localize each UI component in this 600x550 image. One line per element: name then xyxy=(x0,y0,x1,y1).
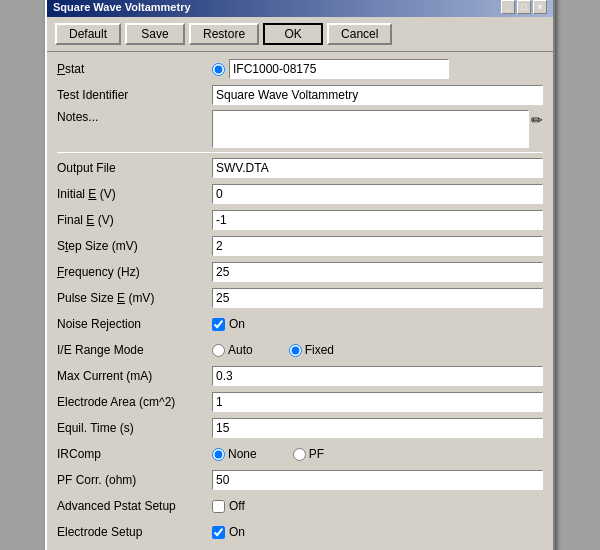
ie-range-fixed-radio[interactable] xyxy=(289,344,302,357)
pf-corr-input[interactable] xyxy=(212,470,543,490)
electrode-setup-option-label: On xyxy=(229,525,245,539)
window-title: Square Wave Voltammetry xyxy=(53,1,191,13)
ie-range-fixed-option[interactable]: Fixed xyxy=(289,343,334,357)
form-content: Pstat Test Identifier Notes... ✏ Output … xyxy=(47,52,553,550)
restore-button[interactable]: Restore xyxy=(189,23,259,45)
advanced-pstat-checkbox-group: Off xyxy=(212,499,245,513)
advanced-pstat-checkbox[interactable] xyxy=(212,500,225,513)
equil-time-row: Equil. Time (s) xyxy=(57,417,543,439)
frequency-row: Frequency (Hz) xyxy=(57,261,543,283)
electrode-area-input[interactable] xyxy=(212,392,543,412)
notes-row: Notes... ✏ xyxy=(57,110,543,148)
ircomp-none-radio[interactable] xyxy=(212,448,225,461)
step-size-row: Step Size (mV) xyxy=(57,235,543,257)
test-identifier-label: Test Identifier xyxy=(57,88,212,102)
final-e-input[interactable] xyxy=(212,210,543,230)
initial-e-label: Initial E (V) xyxy=(57,187,212,201)
electrode-setup-checkbox-group: On xyxy=(212,525,245,539)
notes-label: Notes... xyxy=(57,110,212,124)
notes-input[interactable] xyxy=(212,110,529,148)
cancel-button[interactable]: Cancel xyxy=(327,23,392,45)
output-file-row: Output File xyxy=(57,157,543,179)
separator-1 xyxy=(57,152,543,153)
final-e-label: Final E (V) xyxy=(57,213,212,227)
pstat-label: Pstat xyxy=(57,62,212,76)
default-button[interactable]: Default xyxy=(55,23,121,45)
max-current-row: Max Current (mA) xyxy=(57,365,543,387)
advanced-pstat-option-label: Off xyxy=(229,499,245,513)
output-file-input[interactable] xyxy=(212,158,543,178)
title-bar: Square Wave Voltammetry _ □ × xyxy=(47,0,553,17)
max-current-input[interactable] xyxy=(212,366,543,386)
close-button[interactable]: × xyxy=(533,0,547,14)
ircomp-label: IRComp xyxy=(57,447,212,461)
main-window: Square Wave Voltammetry _ □ × Default Sa… xyxy=(45,0,555,550)
electrode-area-label: Electrode Area (cm^2) xyxy=(57,395,212,409)
advanced-pstat-label: Advanced Pstat Setup xyxy=(57,499,212,513)
advanced-pstat-row: Advanced Pstat Setup Off xyxy=(57,495,543,517)
initial-e-row: Initial E (V) xyxy=(57,183,543,205)
electrode-setup-row: Electrode Setup On xyxy=(57,521,543,543)
final-e-row: Final E (V) xyxy=(57,209,543,231)
electrode-setup-label: Electrode Setup xyxy=(57,525,212,539)
notes-container: ✏ xyxy=(212,110,543,148)
ircomp-pf-radio[interactable] xyxy=(293,448,306,461)
step-size-label: Step Size (mV) xyxy=(57,239,212,253)
electrode-setup-checkbox[interactable] xyxy=(212,526,225,539)
electrode-area-row: Electrode Area (cm^2) xyxy=(57,391,543,413)
title-bar-buttons: _ □ × xyxy=(501,0,547,14)
pf-corr-label: PF Corr. (ohm) xyxy=(57,473,212,487)
ie-range-fixed-label: Fixed xyxy=(305,343,334,357)
noise-rejection-row: Noise Rejection On xyxy=(57,313,543,335)
ircomp-none-label: None xyxy=(228,447,257,461)
ircomp-pf-label: PF xyxy=(309,447,324,461)
initial-e-input[interactable] xyxy=(212,184,543,204)
equil-time-label: Equil. Time (s) xyxy=(57,421,212,435)
pulse-size-label: Pulse Size E (mV) xyxy=(57,291,212,305)
pstat-row: Pstat xyxy=(57,58,543,80)
output-file-label: Output File xyxy=(57,161,212,175)
ie-range-radio-group: Auto Fixed xyxy=(212,343,334,357)
frequency-label: Frequency (Hz) xyxy=(57,265,212,279)
ie-range-row: I/E Range Mode Auto Fixed xyxy=(57,339,543,361)
maximize-button[interactable]: □ xyxy=(517,0,531,14)
ok-button[interactable]: OK xyxy=(263,23,323,45)
ircomp-pf-option[interactable]: PF xyxy=(293,447,324,461)
noise-rejection-checkbox-group: On xyxy=(212,317,245,331)
test-identifier-row: Test Identifier xyxy=(57,84,543,106)
max-current-label: Max Current (mA) xyxy=(57,369,212,383)
ircomp-radio-group: None PF xyxy=(212,447,324,461)
test-identifier-input[interactable] xyxy=(212,85,543,105)
frequency-input[interactable] xyxy=(212,262,543,282)
noise-rejection-label: Noise Rejection xyxy=(57,317,212,331)
pstat-value xyxy=(212,59,449,79)
ie-range-label: I/E Range Mode xyxy=(57,343,212,357)
ie-range-auto-radio[interactable] xyxy=(212,344,225,357)
pencil-icon[interactable]: ✏ xyxy=(531,112,543,128)
pulse-size-input[interactable] xyxy=(212,288,543,308)
ie-range-auto-option[interactable]: Auto xyxy=(212,343,253,357)
noise-rejection-checkbox[interactable] xyxy=(212,318,225,331)
pf-corr-row: PF Corr. (ohm) xyxy=(57,469,543,491)
equil-time-input[interactable] xyxy=(212,418,543,438)
toolbar: Default Save Restore OK Cancel xyxy=(47,17,553,52)
minimize-button[interactable]: _ xyxy=(501,0,515,14)
save-button[interactable]: Save xyxy=(125,23,185,45)
step-size-input[interactable] xyxy=(212,236,543,256)
ircomp-none-option[interactable]: None xyxy=(212,447,257,461)
pstat-radio[interactable] xyxy=(212,63,225,76)
ie-range-auto-label: Auto xyxy=(228,343,253,357)
noise-rejection-option-label: On xyxy=(229,317,245,331)
ircomp-row: IRComp None PF xyxy=(57,443,543,465)
pulse-size-row: Pulse Size E (mV) xyxy=(57,287,543,309)
pstat-input[interactable] xyxy=(229,59,449,79)
